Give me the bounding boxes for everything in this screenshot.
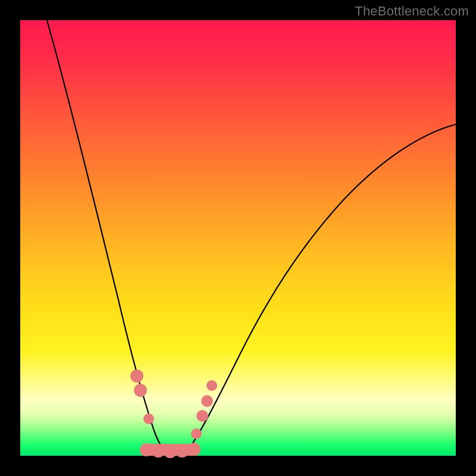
marker-bead: [176, 444, 189, 458]
marker-bead: [152, 444, 165, 458]
marker-bead: [206, 380, 217, 391]
watermark-text: TheBottleneck.com: [355, 4, 469, 19]
marker-bead: [134, 384, 147, 397]
marker-bead: [164, 445, 177, 458]
marker-bead: [201, 395, 213, 407]
marker-bead: [187, 443, 201, 456]
plot-area: [20, 20, 456, 456]
marker-bead: [143, 414, 154, 424]
marker-bead: [140, 443, 153, 456]
curve-left-branch: [47, 20, 170, 455]
curve-right-branch: [184, 124, 456, 455]
marker-bead: [196, 410, 208, 422]
outer-frame: TheBottleneck.com: [0, 0, 476, 476]
bottleneck-curve: [20, 20, 456, 456]
marker-bead: [191, 428, 202, 439]
marker-bead: [130, 369, 143, 383]
